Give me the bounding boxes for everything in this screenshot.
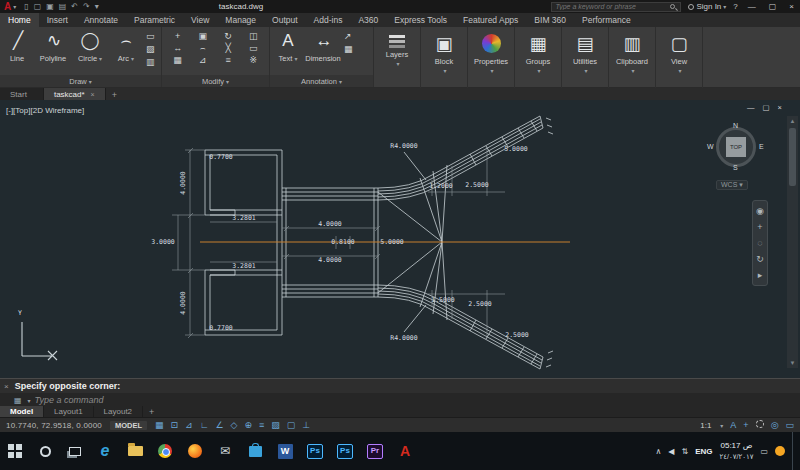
new-file-icon[interactable]: ▯ bbox=[24, 2, 28, 11]
ribbon-tab[interactable]: Parametric bbox=[126, 13, 183, 27]
mail-icon[interactable]: ✉ bbox=[210, 432, 240, 470]
trim-icon[interactable]: ╳ bbox=[219, 43, 238, 54]
new-layout-button[interactable]: + bbox=[149, 407, 154, 417]
rectangle-icon[interactable]: ▭ bbox=[146, 31, 155, 42]
tab-model[interactable]: Model bbox=[0, 406, 44, 417]
osnap-icon[interactable]: ⊕ bbox=[245, 420, 253, 430]
line-tool[interactable]: ╱ Line bbox=[0, 27, 36, 74]
signin-button[interactable]: Sign In ▾ bbox=[688, 2, 726, 11]
circle-tool[interactable]: ◯ Circle▾ bbox=[72, 27, 108, 74]
utilities-panel-button[interactable]: ▤ Utilities▾ bbox=[562, 27, 609, 88]
language-indicator[interactable]: ENG bbox=[695, 447, 712, 456]
block-panel-button[interactable]: ▣ Block▾ bbox=[421, 27, 468, 88]
doc-minimize-button[interactable]: — bbox=[747, 103, 755, 112]
open-file-icon[interactable]: ▢ bbox=[34, 2, 42, 11]
offset-icon[interactable]: ≡ bbox=[219, 55, 238, 66]
orbit-icon[interactable]: ↻ bbox=[756, 254, 764, 264]
rotate-icon[interactable]: ↻ bbox=[219, 31, 238, 42]
file-explorer-icon[interactable] bbox=[120, 432, 150, 470]
save-icon[interactable]: ▣ bbox=[46, 2, 54, 11]
tab-layout1[interactable]: Layout1 bbox=[44, 406, 93, 417]
word-icon[interactable]: W bbox=[270, 432, 300, 470]
autoscale-icon[interactable]: + bbox=[743, 420, 748, 430]
command-close-icon[interactable]: × bbox=[4, 382, 9, 391]
tab-layout2[interactable]: Layout2 bbox=[94, 406, 143, 417]
showmotion-icon[interactable]: ▸ bbox=[758, 270, 763, 280]
move-icon[interactable]: + bbox=[168, 31, 187, 42]
ribbon-tab[interactable]: BIM 360 bbox=[526, 13, 574, 27]
hatch-icon[interactable]: ▨ bbox=[146, 44, 155, 55]
viewcube-east[interactable]: E bbox=[759, 143, 764, 150]
leader-icon[interactable]: ↗ bbox=[344, 31, 353, 42]
stretch-icon[interactable]: ↔ bbox=[168, 43, 187, 54]
new-tab-button[interactable]: + bbox=[112, 90, 117, 100]
close-tab-icon[interactable]: × bbox=[91, 91, 95, 98]
premiere-icon[interactable]: Pr bbox=[360, 432, 390, 470]
model-space-toggle[interactable]: MODEL bbox=[110, 421, 147, 430]
navigation-wheel-icon[interactable]: ◉ bbox=[756, 206, 764, 216]
properties-panel-button[interactable]: Properties▾ bbox=[468, 27, 515, 88]
annotation-panel-label[interactable]: Annotation▾ bbox=[270, 75, 373, 87]
hidden-icons-icon[interactable]: ∧ bbox=[655, 447, 661, 456]
search-icon[interactable] bbox=[670, 4, 675, 9]
viewcube-south[interactable]: S bbox=[733, 164, 738, 171]
table-icon[interactable]: ▦ bbox=[344, 44, 353, 55]
redo-icon[interactable]: ↷ bbox=[83, 2, 90, 11]
network-icon[interactable]: ⇅ bbox=[681, 447, 688, 456]
mirror-icon[interactable]: ◫ bbox=[244, 31, 263, 42]
clipboard-panel-button[interactable]: ▥ Clipboard▾ bbox=[609, 27, 656, 88]
cortana-icon[interactable] bbox=[30, 432, 60, 470]
ribbon-tab[interactable]: Performance bbox=[574, 13, 639, 27]
snap-icon[interactable]: ⊡ bbox=[171, 420, 179, 430]
ribbon-tab[interactable]: Home bbox=[0, 13, 39, 27]
groups-panel-button[interactable]: ▦ Groups▾ bbox=[515, 27, 562, 88]
show-desktop-button[interactable] bbox=[792, 432, 796, 470]
ribbon-tab[interactable]: Manage bbox=[217, 13, 264, 27]
clean-screen-icon[interactable]: ▭ bbox=[785, 420, 794, 430]
ribbon-tab[interactable]: Insert bbox=[39, 13, 76, 27]
viewport-controls-label[interactable]: [-][Top][2D Wireframe] bbox=[6, 106, 84, 115]
ribbon-tab[interactable]: View bbox=[183, 13, 217, 27]
scroll-up-icon[interactable]: ▲ bbox=[790, 116, 796, 126]
ribbon-tab[interactable]: Express Tools bbox=[386, 13, 455, 27]
chrome-icon[interactable] bbox=[150, 432, 180, 470]
doc-restore-button[interactable]: ▢ bbox=[763, 103, 770, 112]
scale-icon[interactable]: ⊿ bbox=[193, 55, 212, 66]
polyline-tool[interactable]: ∿ Polyline bbox=[36, 27, 72, 74]
gradient-icon[interactable]: ▥ bbox=[146, 57, 155, 68]
clock[interactable]: 05:17 ص ٢٤/٠٧/٢٠١٧ bbox=[719, 440, 753, 462]
polar-tracking-icon[interactable]: ∠ bbox=[216, 420, 224, 430]
transparency-icon[interactable]: ▨ bbox=[271, 420, 280, 430]
annotation-monitor-icon[interactable]: ◎ bbox=[771, 420, 779, 430]
help-button[interactable]: ? bbox=[733, 2, 737, 11]
store-icon[interactable] bbox=[240, 432, 270, 470]
print-icon[interactable]: ▤ bbox=[59, 2, 67, 11]
isodraft-icon[interactable]: ◇ bbox=[231, 420, 238, 430]
dimension-tool[interactable]: ↔ Dimension bbox=[306, 27, 342, 74]
ribbon-tab[interactable]: Add-ins bbox=[306, 13, 351, 27]
annotation-visibility-icon[interactable]: A bbox=[730, 420, 736, 430]
text-tool[interactable]: A Text▾ bbox=[270, 27, 306, 74]
doc-close-button[interactable]: × bbox=[778, 103, 782, 112]
arc-tool[interactable]: ⌢ Arc▾ bbox=[108, 27, 144, 74]
undo-icon[interactable]: ↶ bbox=[71, 2, 78, 11]
fillet-icon[interactable]: ⌢ bbox=[193, 43, 212, 54]
minimize-button[interactable]: — bbox=[745, 2, 759, 11]
file-tab-start[interactable]: Start bbox=[0, 88, 44, 100]
erase-icon[interactable]: ▭ bbox=[244, 43, 263, 54]
ribbon-tab[interactable]: Annotate bbox=[76, 13, 126, 27]
ortho-icon[interactable]: ∟ bbox=[200, 420, 209, 430]
app-menu-button[interactable]: A ▾ bbox=[0, 0, 20, 13]
grid-icon[interactable]: ▦ bbox=[155, 420, 164, 430]
viewcube-top-face[interactable]: TOP bbox=[726, 137, 746, 157]
maximize-button[interactable]: ▢ bbox=[766, 2, 780, 11]
sun-icon[interactable] bbox=[775, 446, 785, 456]
ribbon-tab[interactable]: A360 bbox=[350, 13, 386, 27]
selection-cycling-icon[interactable]: ▢ bbox=[287, 420, 296, 430]
volume-icon[interactable]: ◀ bbox=[668, 447, 674, 456]
scroll-down-icon[interactable]: ▼ bbox=[790, 358, 796, 368]
ribbon-tab[interactable]: Featured Apps bbox=[455, 13, 526, 27]
view-panel-button[interactable]: ▢ View▾ bbox=[656, 27, 703, 88]
lineweight-icon[interactable]: ≡ bbox=[259, 420, 264, 430]
copy-icon[interactable]: ▣ bbox=[193, 31, 212, 42]
